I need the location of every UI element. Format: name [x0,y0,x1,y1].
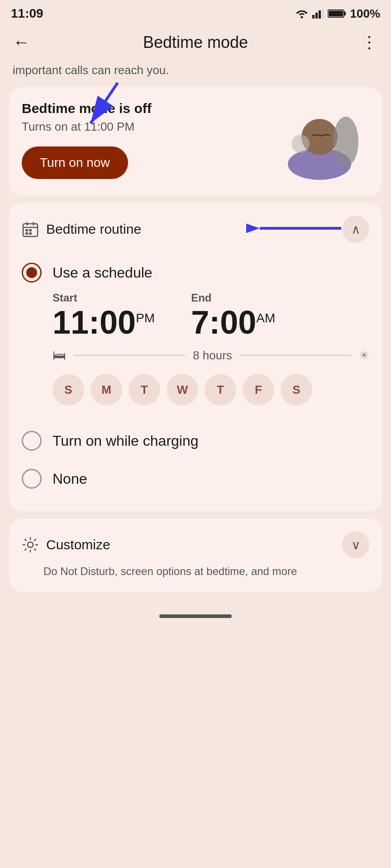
charging-option[interactable]: Turn on while charging [22,422,369,460]
gear-icon [22,536,39,553]
svg-rect-19 [29,232,32,235]
day-tuesday[interactable]: T [129,374,160,406]
sun-icon: ☀ [359,349,369,363]
battery-percent: 100% [350,7,381,21]
svg-rect-20 [25,232,28,235]
schedule-label: Use a schedule [52,264,153,281]
charging-radio[interactable] [22,431,42,451]
signal-icon [312,9,324,19]
day-monday[interactable]: M [91,374,122,406]
duration-row: 🛏 8 hours ☀ [52,348,369,363]
status-icons: 100% [295,7,381,21]
none-radio[interactable] [22,469,42,489]
start-time-col[interactable]: Start 11:00PM [52,292,155,339]
svg-point-10 [333,117,358,166]
none-option[interactable]: None [22,460,369,498]
routine-title: Bedtime routine [46,222,342,237]
turn-on-now-button[interactable]: Turn on now [22,146,128,179]
customize-title: Customize [46,537,342,552]
none-label: None [52,471,87,487]
wifi-icon [295,9,309,19]
svg-point-0 [300,16,303,19]
svg-point-22 [28,542,33,547]
svg-point-11 [291,135,310,153]
more-options-button[interactable]: ⋮ [358,29,382,56]
top-bar: ← Bedtime mode ⋮ [0,24,391,60]
collapse-button[interactable]: ∧ [342,216,369,243]
back-button[interactable]: ← [9,29,33,56]
page-subtitle: important calls can reach you. [0,60,391,87]
svg-rect-7 [329,11,343,16]
end-time-col[interactable]: End 7:00AM [191,292,275,339]
charging-label: Turn on while charging [52,433,199,449]
svg-rect-3 [319,10,321,19]
svg-rect-4 [322,9,324,19]
person-illustration [279,101,369,182]
status-bar: 11:09 100% [0,0,391,24]
mode-card-left: Bedtime mode is off Turns on at 11:00 PM… [22,101,279,179]
duration-bar-right [239,354,352,356]
day-thursday[interactable]: T [205,374,236,406]
battery-icon [328,9,347,19]
schedule-option[interactable]: Use a schedule [22,254,369,292]
routine-body: Use a schedule Start 11:00PM End 7:00AM [9,254,382,511]
days-row: S M T W T F S [52,374,369,406]
bottom-bar [0,605,391,627]
time-row: Start 11:00PM End 7:00AM [52,292,369,339]
bed-icon: 🛏 [52,348,66,363]
svg-rect-1 [312,15,315,19]
svg-rect-2 [315,13,318,19]
day-friday[interactable]: F [243,374,274,406]
status-time: 11:09 [11,6,43,21]
expand-button[interactable]: ∨ [342,531,369,558]
mode-status-title: Bedtime mode is off [22,101,279,116]
page-title: Bedtime mode [143,33,248,52]
end-label: End [191,292,275,304]
end-time-value: 7:00AM [191,304,275,340]
svg-rect-6 [344,12,346,15]
bedtime-mode-card: Bedtime mode is off Turns on at 11:00 PM… [9,87,382,196]
customize-subtitle: Do Not Disturb, screen options at bedtim… [22,564,369,579]
duration-label: 8 hours [193,349,232,363]
day-sunday[interactable]: S [52,374,84,406]
bedtime-routine-card: Bedtime routine ∧ Use a schedule Start [9,203,382,511]
day-wednesday[interactable]: W [167,374,198,406]
start-time-value: 11:00PM [52,304,155,340]
duration-bar [73,354,186,356]
customize-header: Customize ∨ [22,531,369,558]
schedule-radio[interactable] [22,263,42,283]
svg-rect-17 [25,229,28,231]
mode-status-subtitle: Turns on at 11:00 PM [22,120,279,134]
svg-rect-18 [29,229,32,231]
day-saturday[interactable]: S [281,374,312,406]
sleeping-person-svg [279,101,369,182]
calendar-icon [22,221,39,238]
start-label: Start [52,292,155,304]
routine-header: Bedtime routine ∧ [9,203,382,254]
home-indicator [159,614,232,618]
customize-card: Customize ∨ Do Not Disturb, screen optio… [9,519,382,592]
schedule-details: Start 11:00PM End 7:00AM 🛏 8 hours [22,292,369,422]
